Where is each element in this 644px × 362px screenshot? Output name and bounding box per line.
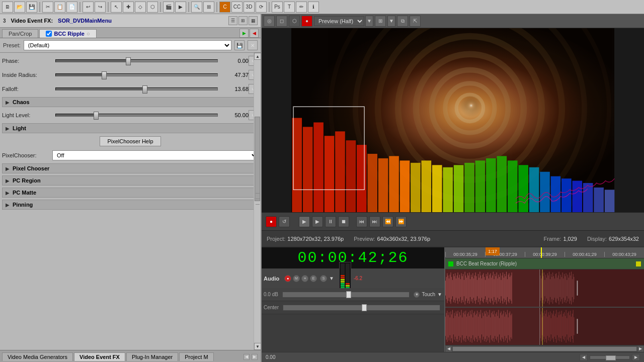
- transport-stop[interactable]: ⏹: [338, 216, 349, 227]
- preview-split-btn[interactable]: ▼: [387, 16, 395, 27]
- toolbar-color[interactable]: C: [219, 2, 230, 13]
- preview-ext-btn[interactable]: ⇱: [410, 16, 421, 27]
- transport-rewind[interactable]: ⏮: [356, 216, 367, 227]
- scroll-left-btn[interactable]: ◀: [445, 345, 452, 352]
- transport-prev-frame[interactable]: ⏪: [382, 216, 393, 227]
- fx-grid-icon[interactable]: ⊞: [238, 16, 248, 25]
- preview-quality-select[interactable]: Preview (Half): [314, 16, 364, 26]
- tab-bcc-ripple[interactable]: BCC Ripple ○: [39, 29, 96, 38]
- toolbar-new[interactable]: 🗎: [2, 2, 13, 13]
- pc-region-section[interactable]: ▶ PC Region: [2, 175, 259, 186]
- preview-overlay-btn[interactable]: ⬡: [289, 16, 300, 27]
- toolbar-open[interactable]: 📂: [14, 2, 25, 13]
- audio-more-btn[interactable]: ≡: [301, 275, 308, 282]
- bottom-tab-next[interactable]: ▶: [252, 354, 258, 360]
- pixelchooser-help-button[interactable]: PixelChooser Help: [100, 136, 160, 146]
- phase-thumb[interactable]: [126, 57, 131, 65]
- bottom-tab-prev[interactable]: ◀: [244, 354, 250, 360]
- toolbar-redo[interactable]: ↪: [95, 2, 106, 13]
- toolbar-tool4[interactable]: ⬡: [147, 2, 158, 13]
- playhead[interactable]: [541, 247, 542, 258]
- touch-dropdown[interactable]: ▼: [437, 292, 442, 297]
- preview-safe-btn[interactable]: ◻: [276, 16, 287, 27]
- toolbar-undo[interactable]: ↩: [83, 2, 94, 13]
- scroll-right-btn[interactable]: ▶: [637, 345, 644, 352]
- touch-mode-dropdown[interactable]: ▼: [414, 292, 420, 298]
- falloff-slider[interactable]: [55, 85, 218, 93]
- fx-list-icon[interactable]: ☰: [228, 16, 237, 25]
- toolbar-copy[interactable]: 📋: [54, 2, 65, 13]
- scrollbar-up[interactable]: ▲: [254, 53, 261, 60]
- toolbar-info[interactable]: ℹ: [308, 2, 319, 13]
- bcc-ripple-checkbox[interactable]: [46, 31, 52, 37]
- audio-env-btn[interactable]: E: [310, 275, 317, 282]
- preview-snap-btn[interactable]: ◎: [264, 16, 275, 27]
- volume-fader[interactable]: [282, 292, 410, 298]
- toolbar-media[interactable]: 🎬: [163, 2, 174, 13]
- pc-matte-section[interactable]: ▶ PC Matte: [2, 188, 259, 198]
- toolbar-paste[interactable]: 📄: [66, 2, 77, 13]
- inside-radius-slider[interactable]: [55, 71, 218, 79]
- pixel-chooser-section[interactable]: ▶ Pixel Chooser: [2, 163, 259, 173]
- chaos-section[interactable]: ▶ Chaos: [2, 97, 259, 107]
- audio-mute-btn[interactable]: M: [293, 275, 300, 282]
- tab-video-media[interactable]: Video Media Generators: [2, 352, 73, 361]
- tab-in-icon[interactable]: ▶: [239, 29, 249, 38]
- transport-pause[interactable]: ⏸: [325, 216, 336, 227]
- volume-fader-thumb[interactable]: [346, 291, 351, 298]
- tab-pan-crop[interactable]: Pan/Crop: [2, 29, 38, 38]
- fx-menu-icon[interactable]: ▦: [249, 16, 258, 25]
- transport-loop[interactable]: ↺: [279, 216, 290, 227]
- light-level-thumb[interactable]: [94, 112, 99, 120]
- toolbar-ps[interactable]: Ps: [272, 2, 283, 13]
- transport-fast-forward[interactable]: ⏭: [369, 216, 380, 227]
- toolbar-cc[interactable]: CC: [231, 2, 243, 13]
- audio-stereo-btn[interactable]: S: [320, 275, 327, 282]
- preset-save-btn[interactable]: 💾: [234, 40, 245, 50]
- preview-grid-btn[interactable]: ⊞: [375, 16, 386, 27]
- status-zoom-out[interactable]: ◀: [580, 354, 588, 361]
- transport-play-from-start[interactable]: ▶: [299, 216, 310, 227]
- toolbar-3d[interactable]: 3D: [244, 2, 255, 13]
- toolbar-tool1[interactable]: ↖: [111, 2, 122, 13]
- pan-fader[interactable]: [283, 305, 440, 311]
- audio-dropdown[interactable]: ▼: [328, 276, 335, 281]
- falloff-thumb[interactable]: [142, 85, 147, 94]
- tab-plugin-manager[interactable]: Plug-In Manager: [126, 352, 178, 361]
- status-zoom-thumb[interactable]: [606, 355, 616, 360]
- transport-next-frame[interactable]: ⏩: [395, 216, 407, 227]
- phase-slider[interactable]: [55, 57, 218, 65]
- preset-close-btn[interactable]: ✕: [248, 40, 258, 50]
- status-zoom-slider[interactable]: [590, 355, 630, 359]
- scrollbar-thumb[interactable]: [255, 117, 260, 202]
- light-level-slider[interactable]: [55, 111, 218, 119]
- toolbar-save[interactable]: 💾: [26, 2, 37, 13]
- toolbar-zoom[interactable]: 🔍: [191, 2, 202, 13]
- toolbar-cut[interactable]: ✂: [42, 2, 53, 13]
- toolbar-render[interactable]: ▶: [175, 2, 186, 13]
- transport-play[interactable]: ▶: [312, 216, 323, 227]
- tab-video-event-fx[interactable]: Video Event FX: [74, 352, 125, 361]
- status-zoom-in[interactable]: ▶: [632, 354, 640, 361]
- pan-fader-thumb[interactable]: [362, 304, 367, 311]
- scroll-thumb[interactable]: [452, 346, 637, 351]
- pinning-section[interactable]: ▶ Pinning: [2, 200, 259, 210]
- preview-copy-btn[interactable]: ⧉: [397, 16, 408, 27]
- transport-record[interactable]: ●: [266, 216, 277, 227]
- audio-record-btn[interactable]: ●: [284, 275, 291, 282]
- inside-radius-thumb[interactable]: [102, 71, 107, 79]
- tab-out-icon[interactable]: ◀: [250, 29, 259, 38]
- light-section[interactable]: ▶ Light: [2, 123, 259, 133]
- tab-project-m[interactable]: Project M: [179, 352, 213, 361]
- preview-record-btn[interactable]: ●: [301, 16, 312, 27]
- preview-quality-arrow[interactable]: ▼: [365, 16, 373, 27]
- toolbar-text[interactable]: T: [284, 2, 295, 13]
- toolbar-crop[interactable]: ⊞: [203, 2, 214, 13]
- scrollbar-down[interactable]: ▼: [254, 343, 261, 350]
- toolbar-edit[interactable]: ✏: [296, 2, 307, 13]
- pixelchooser-select[interactable]: Off On: [52, 150, 259, 160]
- toolbar-tool2[interactable]: ✚: [123, 2, 134, 13]
- toolbar-sync[interactable]: ⟳: [256, 2, 267, 13]
- toolbar-tool3[interactable]: ◇: [135, 2, 146, 13]
- preset-select[interactable]: (Default): [24, 40, 231, 50]
